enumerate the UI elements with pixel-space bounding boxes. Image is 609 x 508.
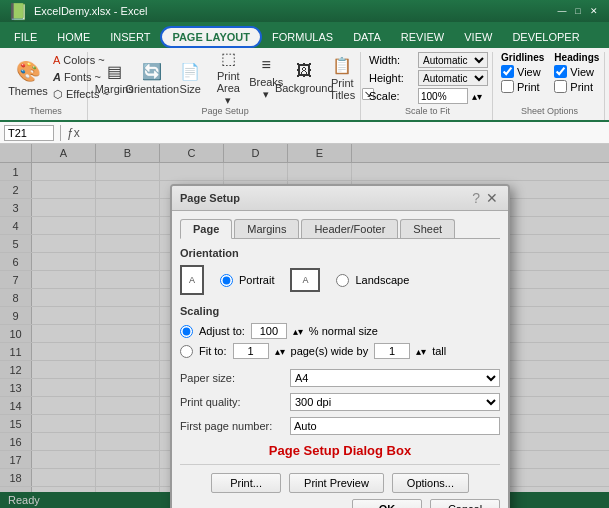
breaks-btn[interactable]: ≡ Breaks ▾	[248, 52, 284, 104]
gridlines-view-label: View	[517, 66, 541, 78]
headings-view-label: View	[570, 66, 594, 78]
scaling-title: Scaling	[180, 305, 500, 317]
tab-home[interactable]: HOME	[47, 26, 100, 48]
landscape-option[interactable]: Landscape	[336, 274, 409, 287]
tab-page-layout[interactable]: PAGE LAYOUT	[160, 26, 262, 48]
scale-to-fit-group: Width: Automatic Height: Automatic Scale…	[363, 52, 493, 120]
adjust-row: Adjust to: ▴▾ % normal size	[180, 323, 500, 339]
scale-input[interactable]	[418, 88, 468, 104]
fit-wide-input[interactable]	[233, 343, 269, 359]
func-btn[interactable]: ƒx	[67, 126, 80, 140]
tab-view[interactable]: VIEW	[454, 26, 502, 48]
formula-input[interactable]	[84, 127, 605, 139]
orientation-row: A Portrait A Landscape	[180, 265, 500, 295]
themes-group-label: Themes	[10, 106, 81, 118]
headings-print-check[interactable]	[554, 80, 567, 93]
orientation-btn[interactable]: 🔄 Orientation	[134, 52, 170, 104]
adjust-radio[interactable]	[180, 325, 193, 338]
landscape-icon: A	[290, 268, 320, 292]
adjust-label: Adjust to:	[199, 325, 245, 337]
size-label: Size	[180, 83, 201, 95]
tab-file[interactable]: FILE	[4, 26, 47, 48]
gridlines-view-row: View	[501, 65, 544, 78]
height-row: Height: Automatic	[369, 70, 488, 86]
print-quality-select[interactable]: 300 dpi	[290, 393, 500, 411]
dialog-tab-sheet[interactable]: Sheet	[400, 219, 455, 238]
promo-text: Page Setup Dialog Box	[180, 443, 500, 458]
ribbon-content: 🎨 Themes A Colors ~ A Fonts ~ ⬡ Effects …	[0, 48, 609, 122]
size-btn[interactable]: 📄 Size	[172, 52, 208, 104]
sheet-options-label: Sheet Options	[501, 106, 598, 118]
print-titles-btn[interactable]: 📋 Print Titles	[324, 52, 360, 104]
width-row: Width: Automatic	[369, 52, 488, 68]
tab-review[interactable]: REVIEW	[391, 26, 454, 48]
print-titles-label: Print Titles	[329, 77, 355, 101]
gridlines-view-check[interactable]	[501, 65, 514, 78]
main-area: A B C D E 1 2 3 4 5 6 7 8 9 10 11 12 13 …	[0, 144, 609, 508]
portrait-radio[interactable]	[220, 274, 233, 287]
name-box[interactable]	[4, 125, 54, 141]
paper-size-label: Paper size:	[180, 372, 290, 384]
first-page-label: First page number:	[180, 420, 290, 432]
headings-view-row: View	[554, 65, 599, 78]
print-btn[interactable]: Print...	[211, 473, 281, 493]
portrait-label: Portrait	[239, 274, 274, 286]
orientation-section: Orientation A Portrait A Landscape	[180, 247, 500, 295]
percent-label: % normal size	[309, 325, 378, 337]
dialog-tab-header-footer[interactable]: Header/Footer	[301, 219, 398, 238]
tab-insert[interactable]: INSERT	[100, 26, 160, 48]
dialog-close-btn[interactable]: ✕	[484, 191, 500, 205]
height-select[interactable]: Automatic	[418, 70, 488, 86]
background-btn[interactable]: 🖼 Background	[286, 52, 322, 104]
portrait-option[interactable]: Portrait	[220, 274, 274, 287]
headings-print-label: Print	[570, 81, 593, 93]
height-label: Height:	[369, 72, 414, 84]
dialog-tab-page[interactable]: Page	[180, 219, 232, 239]
print-preview-btn[interactable]: Print Preview	[289, 473, 384, 493]
dialog-title: Page Setup	[180, 192, 240, 204]
scaling-section: Scaling Adjust to: ▴▾ % normal size Fit …	[180, 305, 500, 359]
print-area-label: Print Area ▾	[215, 70, 241, 107]
landscape-radio[interactable]	[336, 274, 349, 287]
adjust-input[interactable]	[251, 323, 287, 339]
ok-btn[interactable]: OK	[352, 499, 422, 508]
fit-row: Fit to: ▴▾ page(s) wide by ▴▾ tall	[180, 343, 500, 359]
close-btn[interactable]: ✕	[587, 4, 601, 18]
width-label: Width:	[369, 54, 414, 66]
dialog-tab-margins[interactable]: Margins	[234, 219, 299, 238]
minimize-btn[interactable]: —	[555, 4, 569, 18]
first-page-input[interactable]	[290, 417, 500, 435]
scale-to-fit-label: Scale to Fit	[369, 106, 486, 118]
formula-bar: ƒx	[0, 122, 609, 144]
maximize-btn[interactable]: □	[571, 4, 585, 18]
portrait-icon: A	[180, 265, 204, 295]
ribbon-tabs: FILE HOME INSERT PAGE LAYOUT FORMULAS DA…	[0, 22, 609, 48]
fit-tall-input[interactable]	[374, 343, 410, 359]
headings-print-row: Print	[554, 80, 599, 93]
first-page-row: First page number:	[180, 417, 500, 435]
page-setup-dialog: Page Setup ? ✕ Page Margins Header/Foote…	[170, 184, 510, 508]
scale-row: Scale: ▴▾	[369, 88, 482, 104]
scale-label: Scale:	[369, 90, 414, 102]
paper-size-select[interactable]: A4	[290, 369, 500, 387]
title-text: ExcelDemy.xlsx - Excel	[34, 5, 147, 17]
print-area-btn[interactable]: ⬚ Print Area ▾	[210, 52, 246, 104]
dialog-help-icon[interactable]: ?	[472, 190, 480, 206]
headings-view-check[interactable]	[554, 65, 567, 78]
tab-data[interactable]: DATA	[343, 26, 391, 48]
themes-btn[interactable]: 🎨 Themes	[10, 52, 46, 104]
sheet-options-group: Gridlines View Print Headings View	[495, 52, 605, 120]
tab-formulas[interactable]: FORMULAS	[262, 26, 343, 48]
gridlines-print-check[interactable]	[501, 80, 514, 93]
themes-icon: 🎨	[16, 59, 41, 83]
gridlines-print-row: Print	[501, 80, 544, 93]
cancel-btn[interactable]: Cancel	[430, 499, 500, 508]
headings-heading: Headings	[554, 52, 599, 63]
width-select[interactable]: Automatic	[418, 52, 488, 68]
margins-btn[interactable]: ▤ Margins	[96, 52, 132, 104]
tab-developer[interactable]: DEVELOPER	[502, 26, 589, 48]
fit-radio[interactable]	[180, 345, 193, 358]
page-setup-group: ▤ Margins 🔄 Orientation 📄 Size ⬚ Print A…	[90, 52, 361, 120]
options-btn[interactable]: Options...	[392, 473, 469, 493]
tall-label: tall	[432, 345, 446, 357]
